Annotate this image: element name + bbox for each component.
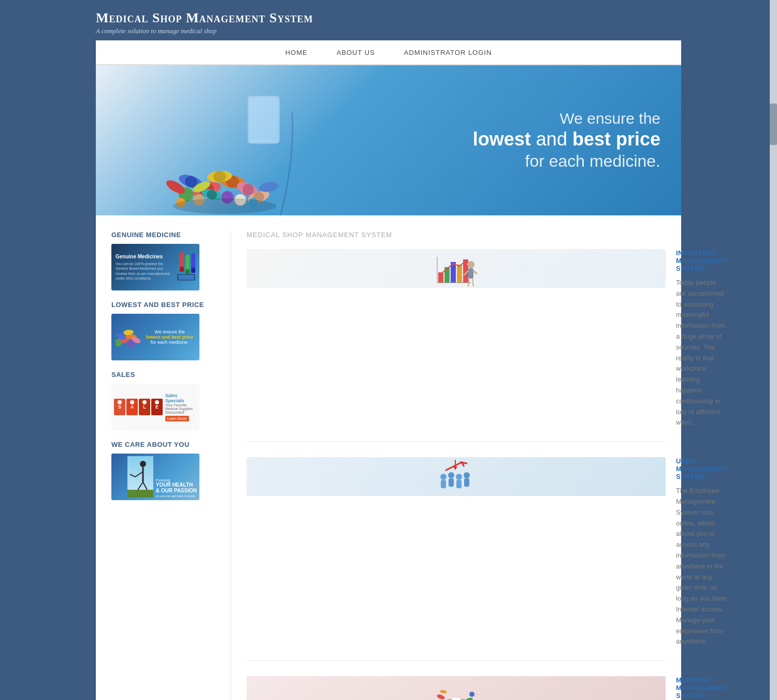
nav-about[interactable]: ABOUT US — [322, 41, 390, 64]
svg-rect-32 — [191, 268, 195, 273]
scrollbar[interactable] — [770, 0, 777, 700]
svg-point-65 — [448, 472, 454, 478]
right-main: MEDICAL SHOP MANAGEMENT SYSTEM — [247, 231, 666, 700]
sidebar-sales-image: S A L E Sales Specials Your Favorite Med… — [111, 384, 199, 430]
hero-line3: for each medicine. — [370, 152, 661, 171]
svg-line-61 — [468, 279, 469, 286]
svg-rect-70 — [464, 478, 469, 487]
hero-bold1: lowest — [473, 128, 531, 150]
sidebar-care-image: Pursuing YOUR HEALTH & OUR PASSION so yo… — [111, 454, 199, 500]
genuine-text: Genuine Medicines You can be 100% positi… — [116, 254, 175, 280]
feature-medicine-title: MEDICINE MANAGEMENT SYSTEM — [676, 676, 728, 699]
sidebar-sales-title: SALES — [111, 371, 215, 378]
svg-point-44 — [140, 461, 146, 467]
sale-tags: S A L E — [114, 399, 163, 415]
feature-users-thumb — [247, 457, 666, 496]
svg-rect-66 — [449, 478, 454, 487]
svg-point-86 — [439, 690, 447, 694]
main-nav: HOME ABOUT US ADMINISTRATOR LOGIN — [96, 40, 681, 65]
svg-point-57 — [467, 261, 474, 268]
svg-rect-68 — [456, 480, 462, 488]
svg-line-60 — [473, 271, 477, 274]
svg-rect-64 — [441, 480, 446, 488]
svg-point-85 — [465, 697, 473, 700]
svg-rect-53 — [457, 265, 462, 283]
nav-admin-login[interactable]: ADMINISTRATOR LOGIN — [390, 41, 506, 64]
svg-marker-72 — [453, 466, 457, 470]
main-content: GENUINE MEDICINE Genuine Medicines You c… — [96, 215, 681, 700]
features-section-title: MEDICAL SHOP MANAGEMENT SYSTEM — [247, 231, 666, 239]
sidebar-lowest-image: We ensure the lowest and best price for … — [111, 314, 199, 360]
hero-image — [96, 65, 359, 215]
svg-point-67 — [456, 474, 462, 480]
svg-point-26 — [173, 198, 277, 214]
content-divider — [231, 231, 231, 700]
svg-point-84 — [469, 692, 474, 697]
svg-point-83 — [436, 694, 445, 700]
svg-line-62 — [472, 279, 473, 286]
svg-point-63 — [440, 474, 447, 480]
svg-rect-30 — [185, 269, 190, 274]
site-title: Medical Shop Management System — [96, 10, 777, 26]
svg-rect-58 — [468, 268, 473, 279]
site-subtitle: A complete solution to manage medical sh… — [96, 27, 777, 35]
svg-point-2 — [248, 139, 279, 144]
sale-text-block: Sales Specials Your Favorite Medical Sup… — [165, 393, 197, 421]
feature-inventory-desc: Today people are accustomed to accessing… — [676, 278, 728, 428]
nav-home[interactable]: HOME — [271, 41, 322, 64]
lowest-pills-icon — [116, 322, 144, 353]
feature-users-desc: The Employee Management System runs onli… — [676, 486, 728, 647]
feature-inventory-content: INVENTORY MANAGEMENT SYSTEM Today people… — [676, 249, 728, 428]
feature-users-content: USER MANAGEMENT SYSTEM The Employee Mana… — [676, 457, 728, 647]
lowest-price-text: We ensure the lowest and best price for … — [144, 329, 195, 345]
sidebar-genuine-image: Genuine Medicines You can be 100% positi… — [111, 244, 199, 290]
svg-point-41 — [128, 341, 134, 347]
feature-inventory-thumb — [247, 249, 666, 288]
sidebar-genuine-title: GENUINE MEDICINE — [111, 231, 215, 239]
scrollbar-thumb[interactable] — [770, 104, 777, 145]
feature-users-title: USER MANAGEMENT SYSTEM — [676, 457, 728, 480]
svg-rect-28 — [180, 267, 184, 272]
svg-rect-43 — [127, 490, 153, 498]
feature-medicine: MEDICINE MANAGEMENT SYSTEM Many UW emplo… — [247, 676, 666, 700]
hero-banner: We ensure the lowest and best price for … — [96, 65, 681, 215]
feature-inventory: INVENTORY MANAGEMENT SYSTEM Today people… — [247, 249, 666, 442]
sidebar-lowest-title: LOWEST AND BEST PRICE — [111, 301, 215, 309]
hero-line2: lowest and best price — [370, 127, 661, 152]
hero-bold2: best price — [572, 128, 660, 150]
care-text: Pursuing YOUR HEALTH & OUR PASSION so yo… — [156, 478, 197, 498]
svg-point-76 — [451, 697, 461, 700]
feature-inventory-title: INVENTORY MANAGEMENT SYSTEM — [676, 249, 728, 272]
sidebar-care-title: WE CARE ABOUT YOU — [111, 441, 215, 448]
feature-medicine-thumb — [247, 676, 666, 700]
genuine-icon — [175, 252, 195, 283]
feature-users: USER MANAGEMENT SYSTEM The Employee Mana… — [247, 457, 666, 661]
hero-line1: We ensure the — [370, 110, 661, 127]
hero-mid: and — [536, 128, 572, 150]
hero-text: We ensure the lowest and best price for … — [359, 99, 682, 181]
left-sidebar: GENUINE MEDICINE Genuine Medicines You c… — [111, 231, 215, 700]
svg-rect-1 — [249, 97, 278, 142]
svg-rect-51 — [444, 267, 450, 283]
svg-point-69 — [464, 472, 470, 478]
svg-rect-34 — [179, 275, 194, 280]
feature-medicine-content: MEDICINE MANAGEMENT SYSTEM Many UW emplo… — [676, 676, 728, 700]
